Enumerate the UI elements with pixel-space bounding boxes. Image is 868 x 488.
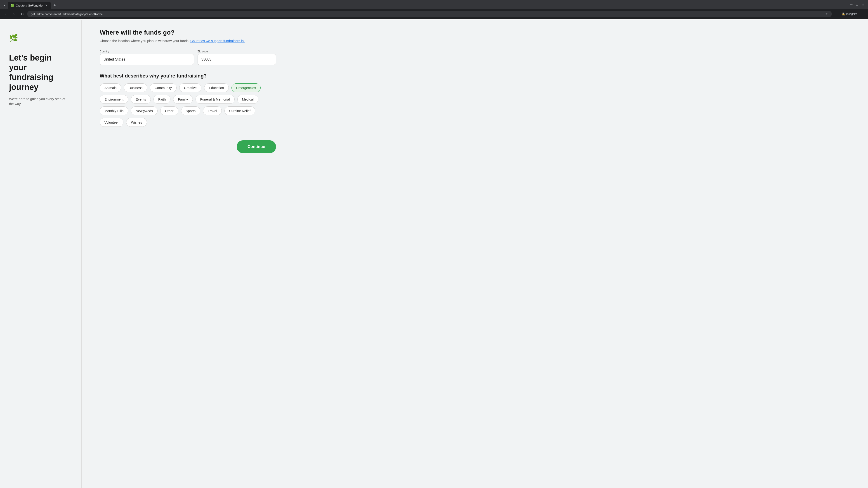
category-btn-travel[interactable]: Travel	[203, 106, 222, 115]
category-btn-other[interactable]: Other	[160, 106, 178, 115]
nav-bar: ‹ › ↻ gofundme.com/create/fundraiser/cat…	[0, 9, 868, 19]
minimize-button[interactable]: ─	[850, 3, 852, 6]
category-btn-community[interactable]: Community	[150, 84, 177, 92]
country-field-group: Country	[100, 50, 194, 65]
page-separator	[81, 20, 82, 488]
category-btn-creative[interactable]: Creative	[179, 84, 202, 92]
right-panel: Where will the funds go? Choose the loca…	[86, 20, 289, 488]
left-subtext: We're here to guide you every step of th…	[9, 96, 68, 107]
category-btn-emergencies[interactable]: Emergencies	[231, 84, 261, 92]
tab-bar: ▾ 🟢 Create a GoFundMe ✕ + ─ □ ✕	[0, 0, 868, 9]
continue-row: Continue	[100, 136, 276, 158]
continue-button[interactable]: Continue	[237, 140, 276, 153]
tab-close-button[interactable]: ✕	[44, 4, 48, 7]
category-btn-ukraine-relief[interactable]: Ukraine Relief	[224, 106, 255, 115]
forward-button[interactable]: ›	[11, 11, 17, 17]
zipcode-input[interactable]	[197, 54, 276, 65]
close-window-button[interactable]: ✕	[862, 3, 864, 6]
country-input[interactable]	[100, 54, 194, 65]
country-label: Country	[100, 50, 194, 53]
incognito-label: Incognito	[846, 12, 857, 15]
maximize-button[interactable]: □	[856, 3, 858, 6]
zipcode-label: Zip code	[197, 50, 276, 53]
category-btn-environment[interactable]: Environment	[100, 95, 128, 104]
logo-icon: 🌿	[9, 34, 18, 42]
category-btn-education[interactable]: Education	[204, 84, 229, 92]
tab-favicon: 🟢	[10, 4, 14, 7]
new-tab-button[interactable]: +	[52, 2, 58, 9]
category-btn-medical[interactable]: Medical	[237, 95, 258, 104]
bookmark-icon[interactable]: ☆	[825, 12, 828, 16]
address-bar[interactable]: gofundme.com/create/fundraiser/category/…	[27, 11, 832, 17]
logo: 🌿	[9, 33, 68, 42]
menu-button[interactable]: ⋮	[859, 11, 865, 17]
categories-grid: AnimalsBusinessCommunityCreativeEducatio…	[100, 84, 276, 127]
extensions-button[interactable]: □	[834, 11, 840, 17]
incognito-icon: 🕵	[842, 12, 845, 15]
category-btn-wishes[interactable]: Wishes	[126, 118, 147, 127]
funds-section-title: Where will the funds go?	[100, 29, 276, 36]
category-btn-faith[interactable]: Faith	[153, 95, 170, 104]
left-panel: 🌿 Let's begin your fundraising journey W…	[0, 20, 77, 488]
url-text: gofundme.com/create/fundraiser/category/…	[31, 12, 824, 16]
page-wrapper: 🌿 Let's begin your fundraising journey W…	[0, 20, 868, 488]
category-btn-animals[interactable]: Animals	[100, 84, 121, 92]
funds-section-desc: Choose the location where you plan to wi…	[100, 38, 276, 43]
category-btn-business[interactable]: Business	[124, 84, 147, 92]
incognito-button[interactable]: 🕵 Incognito	[842, 12, 857, 15]
category-btn-events[interactable]: Events	[131, 95, 151, 104]
category-section-title: What best describes why you're fundraisi…	[100, 73, 276, 79]
nav-right: □ 🕵 Incognito ⋮	[834, 11, 865, 17]
fields-row: Country Zip code	[100, 50, 276, 65]
browser-chrome: ▾ 🟢 Create a GoFundMe ✕ + ─ □ ✕ ‹ › ↻ go…	[0, 0, 868, 19]
window-controls: ─ □ ✕	[850, 3, 866, 8]
category-btn-funeral-memorial[interactable]: Funeral & Memorial	[195, 95, 235, 104]
active-tab[interactable]: 🟢 Create a GoFundMe ✕	[8, 2, 51, 9]
zipcode-field-group: Zip code	[197, 50, 276, 65]
category-btn-volunteer[interactable]: Volunteer	[100, 118, 123, 127]
tab-title: Create a GoFundMe	[16, 4, 43, 7]
countries-link[interactable]: Countries we support fundraisers in.	[190, 39, 245, 43]
funds-desc-text: Choose the location where you plan to wi…	[100, 39, 189, 43]
back-button[interactable]: ‹	[3, 11, 9, 17]
reload-button[interactable]: ↻	[19, 11, 25, 17]
category-btn-family[interactable]: Family	[173, 95, 193, 104]
address-icons: ☆	[825, 12, 828, 16]
category-btn-sports[interactable]: Sports	[181, 106, 200, 115]
category-btn-newlyweds[interactable]: Newlyweds	[131, 106, 158, 115]
tab-switcher[interactable]: ▾	[2, 2, 7, 8]
left-heading: Let's begin your fundraising journey	[9, 53, 68, 92]
category-btn-monthly-bills[interactable]: Monthly Bills	[100, 106, 128, 115]
